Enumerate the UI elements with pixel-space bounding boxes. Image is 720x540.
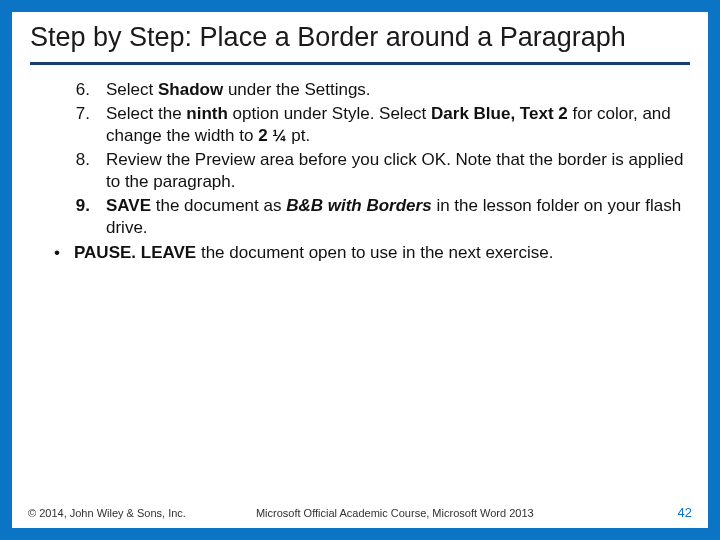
bullet-text: PAUSE. LEAVE the document open to use in… [74, 242, 690, 264]
step-text: Review the Preview area before you click… [106, 149, 690, 193]
step-9: 9. SAVE the document as B&B with Borders… [64, 195, 690, 239]
text: the document as [156, 196, 286, 215]
text: Select [106, 80, 158, 99]
slide-content: Step by Step: Place a Border around a Pa… [12, 12, 708, 264]
text: under the Settings. [228, 80, 371, 99]
step-list: 6. Select Shadow under the Settings. 7. … [30, 79, 690, 264]
text: pt. [291, 126, 310, 145]
step-number: 8. [64, 149, 106, 193]
text: Select the [106, 104, 186, 123]
step-8: 8. Review the Preview area before you cl… [64, 149, 690, 193]
slide-footer: © 2014, John Wiley & Sons, Inc. Microsof… [12, 505, 708, 520]
step-number: 6. [64, 79, 106, 101]
step-number: 7. [64, 103, 106, 147]
step-text: SAVE the document as B&B with Borders in… [106, 195, 690, 239]
course-title-text: Microsoft Official Academic Course, Micr… [186, 507, 678, 519]
bold-text: Shadow [158, 80, 228, 99]
bold-text: ninth [186, 104, 232, 123]
bold-text: PAUSE. LEAVE [74, 243, 201, 262]
text: option under Style. Select [233, 104, 431, 123]
step-7: 7. Select the ninth option under Style. … [64, 103, 690, 147]
bold-text: Dark Blue, Text 2 [431, 104, 572, 123]
page-number: 42 [678, 505, 692, 520]
italic-bold-text: B&B with Borders [286, 196, 436, 215]
bullet-mark: • [48, 242, 74, 264]
step-text: Select Shadow under the Settings. [106, 79, 690, 101]
slide-title: Step by Step: Place a Border around a Pa… [30, 22, 690, 65]
step-6: 6. Select Shadow under the Settings. [64, 79, 690, 101]
bold-text: SAVE [106, 196, 156, 215]
slide-frame: Step by Step: Place a Border around a Pa… [0, 0, 720, 540]
copyright-text: © 2014, John Wiley & Sons, Inc. [28, 507, 186, 519]
bold-text: 2 ¼ [258, 126, 291, 145]
pause-bullet: • PAUSE. LEAVE the document open to use … [48, 242, 690, 264]
step-number: 9. [64, 195, 106, 239]
step-text: Select the ninth option under Style. Sel… [106, 103, 690, 147]
text: the document open to use in the next exe… [201, 243, 554, 262]
